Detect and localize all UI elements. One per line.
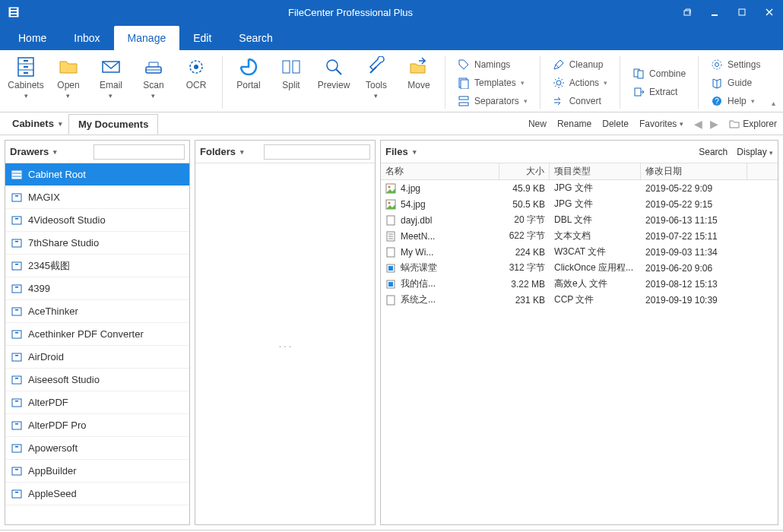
- restore-down-alt-button[interactable]: [674, 0, 701, 24]
- scan-button[interactable]: Scan▾: [132, 53, 175, 103]
- file-row[interactable]: My Wi...224 KBW3CAT 文件2019-09-03 11:34: [381, 244, 778, 260]
- drawers-title[interactable]: Drawers▾: [10, 146, 57, 157]
- explorer-link[interactable]: Explorer: [729, 119, 777, 129]
- file-row[interactable]: MeetN...622 字节文本文档2019-07-22 15:11: [381, 228, 778, 244]
- nav-back-button[interactable]: ◀: [694, 118, 702, 130]
- svg-rect-45: [15, 241, 18, 242]
- file-type: CCP 文件: [550, 293, 641, 306]
- drawer-item[interactable]: Cabinet Root: [5, 163, 189, 186]
- extract-button[interactable]: Extract: [628, 84, 690, 100]
- file-row[interactable]: 系统之...231 KBCCP 文件2019-09-19 10:39: [381, 292, 778, 308]
- open-label: Open: [57, 80, 79, 90]
- svg-rect-53: [15, 332, 18, 334]
- new-link[interactable]: New: [528, 119, 547, 129]
- ocr-icon: [185, 56, 207, 78]
- col-header-name[interactable]: 名称: [381, 163, 499, 179]
- drawer-item[interactable]: AceThinker: [5, 300, 189, 323]
- file-row[interactable]: 蜗壳课堂312 字节ClickOnce 应用程...2019-06-20 9:0…: [381, 260, 778, 276]
- drawer-item[interactable]: AppleSeed: [5, 483, 189, 505]
- svg-rect-81: [388, 282, 393, 287]
- cabinets-selector[interactable]: Cabinets▾: [6, 115, 68, 132]
- drawer-list[interactable]: Cabinet RootMAGIX4Videosoft Studio7thSha…: [5, 163, 189, 524]
- settings-button[interactable]: Settings: [706, 56, 765, 73]
- folders-title[interactable]: Folders▾: [200, 146, 244, 157]
- ocr-button[interactable]: OCR: [175, 53, 217, 93]
- svg-rect-72: [387, 216, 395, 225]
- portal-button[interactable]: Portal: [227, 53, 270, 93]
- drawers-search-input[interactable]: [94, 144, 185, 160]
- actions-button[interactable]: Actions▾: [548, 74, 612, 91]
- drawer-item[interactable]: MAGIX: [5, 186, 189, 209]
- open-button[interactable]: Open▾: [47, 53, 90, 103]
- cleanup-button[interactable]: Cleanup: [548, 56, 612, 73]
- move-button[interactable]: Move: [398, 53, 440, 93]
- drawer-item[interactable]: Aiseesoft Studio: [5, 369, 189, 391]
- drawer-item[interactable]: 4Videosoft Studio: [5, 209, 189, 232]
- svg-rect-32: [635, 88, 641, 96]
- tab-home[interactable]: Home: [5, 26, 60, 50]
- file-icon: [385, 263, 396, 274]
- cabinets-button[interactable]: Cabinets▾: [5, 53, 47, 103]
- tab-manage[interactable]: Manage: [114, 26, 180, 50]
- files-search-link[interactable]: Search: [699, 147, 728, 157]
- file-icon: [385, 247, 396, 258]
- preview-button[interactable]: Preview: [312, 53, 355, 93]
- drawer-item[interactable]: 7thShare Studio: [5, 232, 189, 255]
- ribbon-collapse-button[interactable]: ▴: [772, 99, 775, 107]
- combine-button[interactable]: Combine: [628, 65, 690, 82]
- guide-button[interactable]: Guide: [706, 74, 765, 91]
- file-row[interactable]: dayj.dbl20 字节DBL 文件2019-06-13 11:15: [381, 212, 778, 228]
- tag-icon: [458, 59, 470, 71]
- tab-inbox[interactable]: Inbox: [60, 26, 113, 50]
- file-icon: [385, 295, 396, 306]
- cabinet-tab-mydocs[interactable]: My Documents: [68, 114, 158, 135]
- svg-rect-51: [15, 309, 18, 311]
- file-icon: [385, 215, 396, 226]
- help-button[interactable]: ?Help▾: [706, 93, 765, 109]
- email-button[interactable]: Email▾: [90, 53, 132, 103]
- nav-fwd-button[interactable]: ▶: [710, 118, 718, 130]
- file-row[interactable]: 54.jpg50.5 KBJPG 文件2019-05-22 9:15: [381, 196, 778, 212]
- file-size: 312 字节: [499, 261, 550, 274]
- drawer-icon: [11, 216, 22, 225]
- maximize-button[interactable]: [728, 0, 756, 24]
- files-title[interactable]: Files▾: [385, 146, 417, 157]
- file-date: 2019-09-19 10:39: [641, 295, 747, 306]
- drawer-item[interactable]: Acethinker PDF Converter: [5, 323, 189, 346]
- col-header-date[interactable]: 修改日期: [641, 163, 747, 179]
- svg-point-71: [388, 201, 391, 204]
- files-display-link[interactable]: Display ▾: [737, 147, 773, 157]
- file-name: 系统之...: [401, 293, 436, 306]
- favorites-link[interactable]: Favorites ▾: [639, 119, 683, 129]
- close-button[interactable]: [756, 0, 783, 24]
- convert-button[interactable]: Convert: [548, 93, 612, 109]
- drawer-item[interactable]: AlterPDF: [5, 391, 189, 414]
- delete-link[interactable]: Delete: [602, 119, 629, 129]
- svg-rect-47: [15, 264, 18, 265]
- drawer-item[interactable]: 4399: [5, 277, 189, 300]
- drawer-item[interactable]: 2345截图: [5, 255, 189, 277]
- split-icon: [281, 56, 302, 78]
- drawer-item[interactable]: Apowersoft: [5, 437, 189, 460]
- svg-line-23: [336, 69, 341, 74]
- tools-button[interactable]: Tools▾: [355, 53, 398, 103]
- separators-button[interactable]: Separators▾: [453, 93, 532, 109]
- col-header-type[interactable]: 项目类型: [550, 163, 641, 179]
- rename-link[interactable]: Rename: [557, 119, 591, 129]
- file-name: My Wi...: [401, 247, 433, 258]
- tab-search[interactable]: Search: [225, 26, 286, 50]
- tab-edit[interactable]: Edit: [179, 26, 225, 50]
- file-row[interactable]: 我的信...3.22 MB高效e人 文件2019-08-12 15:13: [381, 276, 778, 292]
- gear-icon: [553, 77, 565, 89]
- templates-button[interactable]: Templates▾: [453, 74, 532, 91]
- split-button[interactable]: Split: [270, 53, 312, 93]
- drawer-item[interactable]: AlterPDF Pro: [5, 414, 189, 437]
- col-header-size[interactable]: 大小: [499, 163, 550, 179]
- minimize-button[interactable]: [701, 0, 728, 24]
- drawer-item[interactable]: AirDroid: [5, 346, 189, 369]
- folders-search-input[interactable]: [264, 144, 370, 160]
- file-table-header[interactable]: 名称 大小 项目类型 修改日期: [381, 163, 778, 180]
- namings-button[interactable]: Namings: [453, 56, 532, 73]
- file-row[interactable]: 4.jpg45.9 KBJPG 文件2019-05-22 9:09: [381, 180, 778, 196]
- drawer-item[interactable]: AppBuilder: [5, 460, 189, 483]
